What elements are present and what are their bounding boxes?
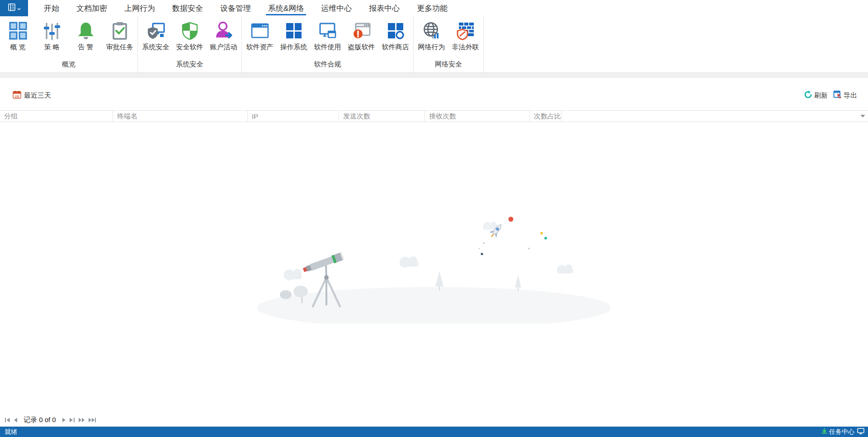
ribbon-item-software-asset[interactable]: 软件资产 (243, 18, 277, 58)
alert-bell-icon (75, 20, 96, 41)
ribbon-group-system-security: 系统安全 安全软件 账户活动 系统安全 (138, 16, 242, 72)
pager-last-group-icon[interactable] (88, 418, 96, 423)
ribbon-item-account-activity[interactable]: 账户活动 (207, 18, 241, 58)
overview-grid-icon (8, 20, 28, 41)
ribbon-group-label: 概览 (1, 58, 137, 71)
ribbon-item-policy[interactable]: 策 略 (35, 18, 69, 58)
column-header-receive-count[interactable]: 接收次数 (425, 111, 530, 122)
software-usage-icon (317, 20, 338, 41)
ribbon-item-operating-system[interactable]: 操作系统 (277, 18, 311, 58)
tab-ops-center[interactable]: 运维中心 (312, 0, 360, 16)
column-header-count-ratio[interactable]: 次数占比 (530, 111, 561, 122)
ribbon-item-illegal-external-connection[interactable]: 非法外联 (448, 18, 482, 58)
ribbon-item-network-behavior[interactable]: 网络行为 (415, 18, 448, 58)
status-bar: 就绪 任务中心 (0, 427, 868, 437)
pager-first-icon[interactable] (5, 418, 10, 423)
refresh-label: 刷新 (814, 91, 828, 100)
ribbon-item-label: 操作系统 (280, 43, 307, 52)
ribbon-tabs: 开始 文档加密 上网行为 数据安全 设备管理 系统&网络 运维中心 报表中心 更… (35, 0, 456, 16)
column-chooser-dropdown[interactable] (860, 111, 865, 122)
ribbon-content-divider (0, 72, 868, 78)
date-range-label: 最近三天 (24, 91, 51, 100)
ribbon-item-label: 告 警 (78, 43, 93, 52)
ribbon-tab-bar: 开始 文档加密 上网行为 数据安全 设备管理 系统&网络 运维中心 报表中心 更… (0, 0, 868, 16)
ribbon-item-label: 系统安全 (142, 43, 170, 52)
task-center-button[interactable]: 任务中心 (821, 428, 854, 436)
tab-internet-behavior[interactable]: 上网行为 (116, 0, 164, 16)
tab-start[interactable]: 开始 (35, 0, 68, 16)
ribbon-item-label: 概 览 (10, 43, 25, 52)
app-menu-button[interactable] (0, 0, 28, 16)
column-header-group[interactable]: 分组 (0, 111, 113, 122)
empty-state-illustration (258, 211, 610, 325)
network-behavior-icon (421, 20, 442, 41)
monitor-icon (857, 428, 864, 436)
task-center-label: 任务中心 (829, 428, 854, 436)
approval-clipboard-icon (109, 20, 130, 41)
tab-device-management[interactable]: 设备管理 (212, 0, 259, 16)
ribbon-group-software-compliance: 软件资产 操作系统 软件使用 (242, 16, 414, 72)
pager-prev-icon[interactable] (14, 418, 18, 423)
app-menu-caret-icon (17, 4, 21, 12)
ribbon-item-label: 软件商店 (382, 43, 409, 52)
ribbon-item-label: 盗版软件 (348, 43, 375, 52)
download-arrow-icon (821, 428, 827, 436)
software-store-icon (385, 20, 406, 41)
status-ready-text: 就绪 (5, 428, 17, 436)
tab-more-features[interactable]: 更多功能 (408, 0, 456, 16)
ribbon-item-pirated-software[interactable]: 盗版软件 (344, 18, 378, 58)
tab-document-encryption[interactable]: 文档加密 (68, 0, 116, 16)
ribbon-item-overview[interactable]: 概 览 (1, 18, 35, 58)
content-toolbar: 23 最近三天 刷新 导出 (0, 78, 868, 110)
column-header-terminal-name[interactable]: 终端名 (113, 111, 248, 122)
tab-data-security[interactable]: 数据安全 (164, 0, 212, 16)
pager-last-icon[interactable] (69, 418, 75, 423)
calendar-icon: 23 (13, 90, 21, 100)
ribbon-item-system-security[interactable]: 系统安全 (139, 18, 173, 58)
ribbon-group-overview: 概 览 策 略 告 警 (0, 16, 138, 72)
column-header-send-count[interactable]: 发送次数 (339, 111, 425, 122)
grid-empty-area (0, 122, 868, 413)
export-icon (833, 90, 842, 100)
tab-system-network[interactable]: 系统&网络 (259, 0, 312, 16)
ribbon-item-alert[interactable]: 告 警 (69, 18, 103, 58)
pager-next-group-icon[interactable] (78, 418, 85, 423)
ribbon-group-label: 系统安全 (139, 58, 241, 71)
ribbon-item-label: 安全软件 (176, 43, 203, 52)
column-header-ip[interactable]: IP (248, 111, 339, 122)
ribbon-group-network-security: 网络行为 非法外联 网络安全 (414, 16, 484, 72)
ribbon-item-security-software[interactable]: 安全软件 (173, 18, 207, 58)
date-range-filter[interactable]: 23 最近三天 (13, 90, 51, 100)
pager-record-count: 记录 0 of 0 (24, 416, 56, 424)
ribbon-item-software-usage[interactable]: 软件使用 (311, 18, 344, 58)
ribbon-item-label: 审批任务 (106, 43, 133, 52)
grid-header-row: 分组 终端名 IP 发送次数 接收次数 次数占比 (0, 110, 868, 122)
policy-sliders-icon (42, 20, 62, 41)
ribbon: 概 览 策 略 告 警 (0, 16, 868, 72)
export-button[interactable]: 导出 (831, 89, 859, 102)
ribbon-group-label: 网络安全 (415, 58, 482, 71)
ribbon-item-label: 策 略 (44, 43, 59, 52)
application-window: 开始 文档加密 上网行为 数据安全 设备管理 系统&网络 运维中心 报表中心 更… (0, 0, 868, 437)
chevron-down-icon (860, 114, 865, 118)
export-label: 导出 (844, 91, 857, 100)
pager-next-icon[interactable] (62, 418, 66, 423)
ribbon-item-label: 非法外联 (452, 43, 479, 52)
ribbon-item-software-store[interactable]: 软件商店 (378, 18, 412, 58)
security-software-icon (179, 20, 200, 41)
tab-report-center[interactable]: 报表中心 (360, 0, 408, 16)
illegal-connection-icon (455, 20, 476, 41)
app-menu-icon (8, 3, 16, 13)
ribbon-item-label: 软件资产 (246, 43, 274, 52)
remote-desktop-button[interactable] (857, 428, 864, 436)
ribbon-item-label: 账户活动 (210, 43, 237, 52)
refresh-button[interactable]: 刷新 (802, 89, 830, 102)
ribbon-item-label: 软件使用 (314, 43, 341, 52)
os-windows-icon (283, 20, 304, 41)
pirated-software-icon (351, 20, 372, 41)
software-asset-icon (250, 20, 270, 41)
refresh-icon (804, 90, 812, 100)
ribbon-item-approval-tasks[interactable]: 审批任务 (103, 18, 137, 58)
ribbon-item-label: 网络行为 (418, 43, 445, 52)
ribbon-group-label: 软件合规 (243, 58, 412, 71)
